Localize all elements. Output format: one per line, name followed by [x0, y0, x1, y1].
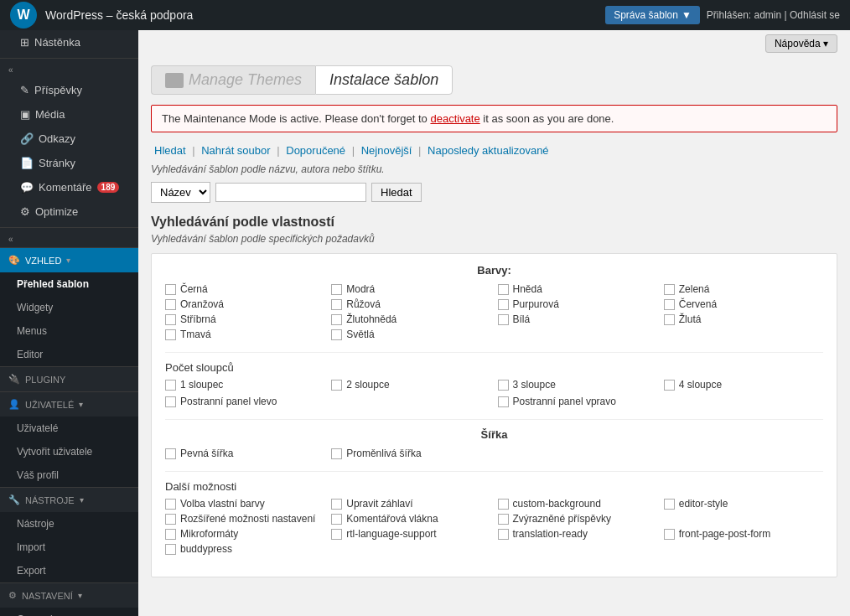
col-1-checkbox[interactable]	[165, 380, 176, 391]
dalsi-mikroformaty-checkbox[interactable]	[165, 529, 176, 540]
dalsi-empty1	[664, 513, 823, 525]
col-2-checkbox[interactable]	[331, 380, 342, 391]
sidebar-sub-nastroje[interactable]: Nástroje	[0, 512, 138, 536]
columns-grid-2: Postranní panel vlevo Postranní panel vp…	[165, 396, 823, 407]
uzivatele-icon: 👤	[8, 399, 20, 410]
search-nav-nahrat[interactable]: Nahrát soubor	[201, 144, 270, 157]
pluginy-label: Pluginy	[25, 375, 65, 385]
manage-tab-icon	[165, 73, 184, 88]
dalsi-custom-bg: custom-background	[498, 498, 657, 510]
sidebar-sub-prehled[interactable]: Přehled šablon	[0, 272, 138, 296]
color-zlutohneda-checkbox[interactable]	[331, 314, 342, 325]
color-svetla-checkbox[interactable]	[331, 329, 342, 340]
vzhled-arrow: ▾	[66, 256, 70, 265]
color-stribrna-checkbox[interactable]	[165, 314, 176, 325]
sidebar-item-pluginy[interactable]: 🔌 Pluginy	[0, 366, 138, 391]
help-button[interactable]: Nápověda ▾	[765, 34, 837, 53]
sidebar: ⊞ Nástěnka « ✎ Příspěvky ▣ Média 🔗 Odkaz…	[0, 30, 138, 616]
tab-manage[interactable]: Manage Themes	[151, 65, 315, 95]
nastroje-icon: 🔧	[8, 494, 20, 505]
sidebar-sub-import[interactable]: Import	[0, 536, 138, 559]
sidebar-sub-widgety[interactable]: Widgety	[0, 296, 138, 319]
sidebar-item-nastroje[interactable]: 🔧 Nástroje ▾	[0, 487, 138, 512]
sidebar-item-nastaveni[interactable]: ⚙ Nastavení ▾	[0, 582, 138, 608]
tabs: Manage Themes Instalace šablon	[151, 65, 837, 95]
widgety-label: Widgety	[17, 302, 53, 313]
sidebar-sub-menus[interactable]: Menus	[0, 319, 138, 343]
color-zelena-checkbox[interactable]	[664, 284, 675, 295]
col-left-checkbox[interactable]	[165, 396, 176, 407]
color-tmava-checkbox[interactable]	[165, 329, 176, 340]
nastupka-icon: ⊞	[20, 36, 29, 49]
search-input[interactable]	[215, 183, 366, 202]
uzivatele-sub-label: Uživatelé	[17, 422, 58, 434]
sidebar-sub-vytvorit[interactable]: Vytvořit uživatele	[0, 440, 138, 463]
sprava-sablon-button[interactable]: Správa šablon ▼	[605, 6, 700, 24]
col-3: 3 sloupce	[498, 379, 657, 391]
search-submit-button[interactable]: Hledat	[371, 183, 422, 202]
col-right-checkbox[interactable]	[498, 396, 509, 407]
search-nav-nejnovejsi[interactable]: Nejnovější	[361, 144, 412, 157]
color-cervena-checkbox[interactable]	[664, 299, 675, 310]
color-oranzova-checkbox[interactable]	[165, 299, 176, 310]
dalsi-komentarova: Komentářová vlákna	[331, 513, 490, 525]
dalsi-custom-bg-checkbox[interactable]	[498, 499, 509, 510]
sidebar-item-odkazy[interactable]: 🔗 Odkazy	[0, 127, 138, 151]
color-modra-checkbox[interactable]	[331, 284, 342, 295]
sidebar-sub-profil[interactable]: Váš profil	[0, 463, 138, 487]
odkazy-label: Odkazy	[39, 132, 75, 145]
dalsi-buddypress-checkbox[interactable]	[165, 544, 176, 555]
sidebar-item-optimize[interactable]: ⚙ Optimize	[0, 199, 138, 224]
color-ruzova-checkbox[interactable]	[331, 299, 342, 310]
color-tmava: Tmavá	[165, 329, 324, 340]
dalsi-rtl-checkbox[interactable]	[331, 529, 342, 540]
color-zluta-checkbox[interactable]	[664, 314, 675, 325]
color-zlutohneda: Žlutohnědá	[331, 313, 490, 325]
dalsi-editor-style-checkbox[interactable]	[664, 499, 675, 510]
sidebar-sub-export[interactable]: Export	[0, 559, 138, 582]
search-row: Název Autor Štítek Hledat	[151, 182, 837, 203]
color-bila-checkbox[interactable]	[498, 314, 509, 325]
search-hint: Vyhledávání šablon podle názvu, autora n…	[151, 163, 837, 175]
dalsi-grid: Volba vlastní barvy Upravit záhlaví cust…	[165, 498, 823, 555]
dalsi-vlastni-barvy-checkbox[interactable]	[165, 499, 176, 510]
search-nav-naposledy[interactable]: Naposledy aktualizované	[428, 144, 549, 157]
width-flexible-checkbox[interactable]	[331, 448, 342, 459]
sidebar-item-stranky[interactable]: 📄 Stránky	[0, 151, 138, 175]
properties-hint: Vyhledávání šablon podle specifických po…	[151, 233, 837, 245]
dalsi-rozsirene-checkbox[interactable]	[165, 514, 176, 525]
sidebar-sub-editor[interactable]: Editor	[0, 343, 138, 366]
dalsi-zvyraznene-checkbox[interactable]	[498, 514, 509, 525]
nastaveni-label: Nastavení	[22, 591, 73, 601]
dalsi-upravit-zahlavi-checkbox[interactable]	[331, 499, 342, 510]
width-section: Šířka Pevná šířka Proměnlivá šířka	[165, 428, 823, 459]
col-4-checkbox[interactable]	[664, 380, 675, 391]
search-select[interactable]: Název Autor Štítek	[151, 182, 210, 203]
search-nav-doporucene[interactable]: Doporučené	[286, 144, 345, 157]
sidebar-item-media[interactable]: ▣ Média	[0, 102, 138, 127]
alert-deactivate-link[interactable]: deactivate	[430, 112, 479, 125]
sidebar-item-komentare[interactable]: 💬 Komentáře 189	[0, 175, 138, 199]
sidebar-item-vzhled[interactable]: 🎨 Vzhled ▾	[0, 247, 138, 272]
editor-label: Editor	[17, 349, 43, 360]
dalsi-translation-checkbox[interactable]	[498, 529, 509, 540]
dalsi-komentarova-checkbox[interactable]	[331, 514, 342, 525]
width-fixed-checkbox[interactable]	[165, 448, 176, 459]
main-content: Nápověda ▾ Manage Themes Instalace šablo…	[138, 30, 850, 616]
color-cerna-checkbox[interactable]	[165, 284, 176, 295]
sidebar-sub-uzivatele[interactable]: Uživatelé	[0, 417, 138, 440]
sidebar-item-uzivatele[interactable]: 👤 Uživatelé ▾	[0, 391, 138, 417]
tab-install[interactable]: Instalace šablon	[315, 65, 453, 95]
search-nav-hledat[interactable]: Hledat	[154, 144, 186, 157]
dalsi-front-page-checkbox[interactable]	[664, 529, 675, 540]
sidebar-item-nastupka[interactable]: ⊞ Nástěnka	[0, 30, 138, 54]
optimize-icon: ⚙	[20, 205, 30, 218]
sidebar-sub-general[interactable]: General	[0, 608, 138, 616]
color-purpurova-checkbox[interactable]	[498, 299, 509, 310]
dalsi-upravit-zahlavi: Upravit záhlaví	[331, 498, 490, 510]
nastroje-sub-label: Nástroje	[17, 518, 54, 530]
sidebar-item-prispevky[interactable]: ✎ Příspěvky	[0, 78, 138, 102]
color-hneda-checkbox[interactable]	[498, 284, 509, 295]
col-3-checkbox[interactable]	[498, 380, 509, 391]
color-zluta: Žlutá	[664, 313, 823, 325]
